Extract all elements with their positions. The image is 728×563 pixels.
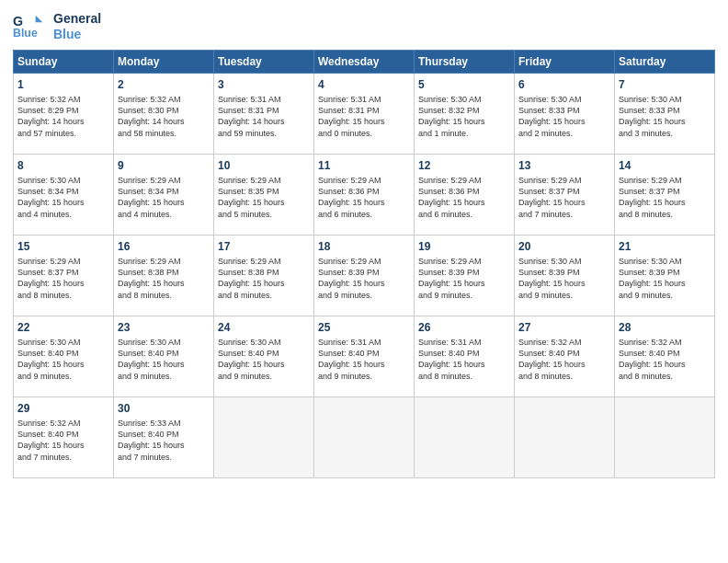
day-number: 24	[218, 320, 310, 335]
day-info: Sunrise: 5:30 AM Sunset: 8:40 PM Dayligh…	[218, 337, 310, 382]
day-cell: 2Sunrise: 5:32 AM Sunset: 8:30 PM Daylig…	[114, 74, 214, 155]
day-number: 12	[418, 158, 510, 173]
svg-text:Blue: Blue	[13, 27, 38, 40]
weekday-header-friday: Friday	[515, 51, 615, 74]
weekday-header-monday: Monday	[114, 51, 214, 74]
day-cell: 6Sunrise: 5:30 AM Sunset: 8:33 PM Daylig…	[515, 74, 615, 155]
day-cell: 29Sunrise: 5:32 AM Sunset: 8:40 PM Dayli…	[14, 397, 114, 478]
week-row-4: 22Sunrise: 5:30 AM Sunset: 8:40 PM Dayli…	[14, 316, 715, 397]
logo-name-blue: Blue	[53, 27, 101, 42]
day-number: 3	[218, 77, 310, 92]
weekday-header-sunday: Sunday	[14, 51, 114, 74]
day-info: Sunrise: 5:32 AM Sunset: 8:30 PM Dayligh…	[118, 94, 210, 139]
day-info: Sunrise: 5:29 AM Sunset: 8:38 PM Dayligh…	[118, 256, 210, 301]
day-info: Sunrise: 5:29 AM Sunset: 8:35 PM Dayligh…	[218, 175, 310, 220]
day-cell	[515, 397, 615, 478]
day-number: 19	[418, 239, 510, 254]
day-number: 22	[17, 320, 109, 335]
weekday-header-thursday: Thursday	[415, 51, 515, 74]
logo: G Blue General Blue	[13, 9, 101, 44]
day-number: 21	[619, 239, 711, 254]
day-info: Sunrise: 5:31 AM Sunset: 8:31 PM Dayligh…	[318, 94, 410, 139]
day-info: Sunrise: 5:30 AM Sunset: 8:33 PM Dayligh…	[518, 94, 610, 139]
day-cell: 13Sunrise: 5:29 AM Sunset: 8:37 PM Dayli…	[515, 155, 615, 236]
day-cell	[415, 397, 515, 478]
day-number: 30	[118, 401, 210, 416]
day-number: 27	[518, 320, 610, 335]
day-cell: 16Sunrise: 5:29 AM Sunset: 8:38 PM Dayli…	[114, 236, 214, 316]
day-info: Sunrise: 5:29 AM Sunset: 8:37 PM Dayligh…	[17, 256, 109, 301]
day-number: 17	[218, 239, 310, 254]
day-info: Sunrise: 5:29 AM Sunset: 8:37 PM Dayligh…	[619, 175, 711, 220]
day-cell: 28Sunrise: 5:32 AM Sunset: 8:40 PM Dayli…	[615, 316, 715, 397]
day-cell: 30Sunrise: 5:33 AM Sunset: 8:40 PM Dayli…	[114, 397, 214, 478]
day-cell: 19Sunrise: 5:29 AM Sunset: 8:39 PM Dayli…	[415, 236, 515, 316]
day-cell: 9Sunrise: 5:29 AM Sunset: 8:34 PM Daylig…	[114, 155, 214, 236]
week-row-5: 29Sunrise: 5:32 AM Sunset: 8:40 PM Dayli…	[14, 397, 715, 478]
day-info: Sunrise: 5:30 AM Sunset: 8:39 PM Dayligh…	[518, 256, 610, 301]
day-cell: 3Sunrise: 5:31 AM Sunset: 8:31 PM Daylig…	[214, 74, 314, 155]
day-cell: 8Sunrise: 5:30 AM Sunset: 8:34 PM Daylig…	[14, 155, 114, 236]
day-number: 13	[518, 158, 610, 173]
header: G Blue General Blue	[13, 9, 715, 44]
day-cell: 17Sunrise: 5:29 AM Sunset: 8:38 PM Dayli…	[214, 236, 314, 316]
day-cell	[615, 397, 715, 478]
calendar-table: SundayMondayTuesdayWednesdayThursdayFrid…	[13, 50, 715, 478]
day-number: 11	[318, 158, 410, 173]
day-cell: 26Sunrise: 5:31 AM Sunset: 8:40 PM Dayli…	[415, 316, 515, 397]
day-cell: 10Sunrise: 5:29 AM Sunset: 8:35 PM Dayli…	[214, 155, 314, 236]
day-number: 4	[318, 77, 410, 92]
week-row-3: 15Sunrise: 5:29 AM Sunset: 8:37 PM Dayli…	[14, 236, 715, 316]
day-number: 10	[218, 158, 310, 173]
day-number: 2	[118, 77, 210, 92]
day-cell: 21Sunrise: 5:30 AM Sunset: 8:39 PM Dayli…	[615, 236, 715, 316]
day-info: Sunrise: 5:29 AM Sunset: 8:38 PM Dayligh…	[218, 256, 310, 301]
weekday-header-tuesday: Tuesday	[214, 51, 314, 74]
day-info: Sunrise: 5:33 AM Sunset: 8:40 PM Dayligh…	[118, 418, 210, 463]
day-number: 7	[619, 77, 711, 92]
day-cell: 24Sunrise: 5:30 AM Sunset: 8:40 PM Dayli…	[214, 316, 314, 397]
day-info: Sunrise: 5:30 AM Sunset: 8:40 PM Dayligh…	[118, 337, 210, 382]
day-number: 5	[418, 77, 510, 92]
weekday-header-row: SundayMondayTuesdayWednesdayThursdayFrid…	[14, 51, 715, 74]
day-number: 23	[118, 320, 210, 335]
day-cell: 12Sunrise: 5:29 AM Sunset: 8:36 PM Dayli…	[415, 155, 515, 236]
day-number: 14	[619, 158, 711, 173]
day-info: Sunrise: 5:32 AM Sunset: 8:40 PM Dayligh…	[619, 337, 711, 382]
day-number: 29	[17, 401, 109, 416]
week-row-2: 8Sunrise: 5:30 AM Sunset: 8:34 PM Daylig…	[14, 155, 715, 236]
day-cell: 5Sunrise: 5:30 AM Sunset: 8:32 PM Daylig…	[415, 74, 515, 155]
day-cell: 15Sunrise: 5:29 AM Sunset: 8:37 PM Dayli…	[14, 236, 114, 316]
day-cell: 4Sunrise: 5:31 AM Sunset: 8:31 PM Daylig…	[314, 74, 415, 155]
day-cell	[214, 397, 314, 478]
day-cell	[314, 397, 415, 478]
day-info: Sunrise: 5:30 AM Sunset: 8:39 PM Dayligh…	[619, 256, 711, 301]
svg-marker-1	[36, 16, 43, 23]
week-row-1: 1Sunrise: 5:32 AM Sunset: 8:29 PM Daylig…	[14, 74, 715, 155]
day-number: 16	[118, 239, 210, 254]
day-info: Sunrise: 5:32 AM Sunset: 8:40 PM Dayligh…	[518, 337, 610, 382]
day-number: 26	[418, 320, 510, 335]
calendar-header: SundayMondayTuesdayWednesdayThursdayFrid…	[14, 51, 715, 74]
day-number: 18	[318, 239, 410, 254]
page: G Blue General Blue SundayMondayTuesdayW…	[0, 0, 728, 563]
day-cell: 1Sunrise: 5:32 AM Sunset: 8:29 PM Daylig…	[14, 74, 114, 155]
day-number: 28	[619, 320, 711, 335]
day-number: 9	[118, 158, 210, 173]
day-cell: 7Sunrise: 5:30 AM Sunset: 8:33 PM Daylig…	[615, 74, 715, 155]
day-number: 15	[17, 239, 109, 254]
day-cell: 22Sunrise: 5:30 AM Sunset: 8:40 PM Dayli…	[14, 316, 114, 397]
day-info: Sunrise: 5:32 AM Sunset: 8:40 PM Dayligh…	[17, 418, 109, 463]
day-cell: 18Sunrise: 5:29 AM Sunset: 8:39 PM Dayli…	[314, 236, 415, 316]
day-number: 25	[318, 320, 410, 335]
day-number: 8	[17, 158, 109, 173]
day-number: 1	[17, 77, 109, 92]
day-info: Sunrise: 5:30 AM Sunset: 8:34 PM Dayligh…	[17, 175, 109, 220]
day-cell: 27Sunrise: 5:32 AM Sunset: 8:40 PM Dayli…	[515, 316, 615, 397]
weekday-header-wednesday: Wednesday	[314, 51, 415, 74]
svg-text:G: G	[13, 14, 23, 29]
day-number: 20	[518, 239, 610, 254]
calendar-body: 1Sunrise: 5:32 AM Sunset: 8:29 PM Daylig…	[14, 74, 715, 478]
logo-name-general: General	[53, 11, 101, 27]
day-info: Sunrise: 5:29 AM Sunset: 8:34 PM Dayligh…	[118, 175, 210, 220]
